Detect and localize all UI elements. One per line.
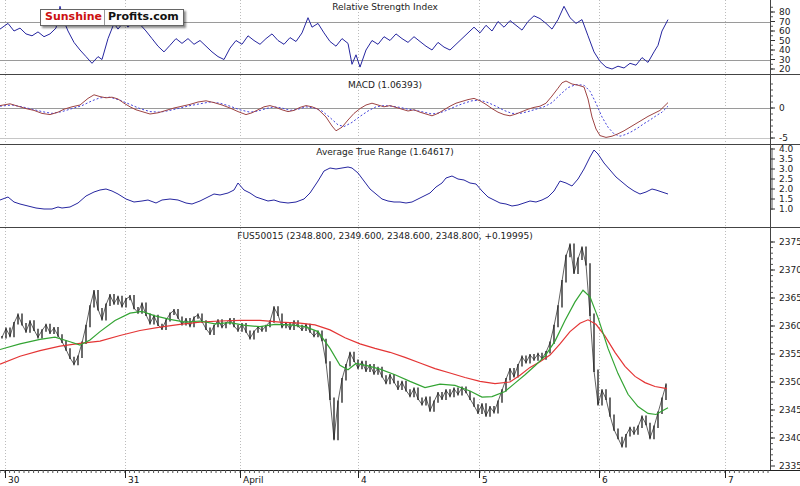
x-tick-label: 31 [128,475,139,485]
y-tick-label: 2340 [779,433,800,443]
atr-panel-title: Average True Range (1.64617) [0,147,770,157]
y-tick-label: 2355 [779,349,800,359]
y-tick-label: 1.5 [779,194,793,204]
y-tick-label: -5 [779,133,788,143]
y-tick-label: 70 [779,17,791,27]
x-tick-label: 7 [728,475,734,485]
logo-text-profits: Profits.com [104,10,183,25]
y-tick-label: 0 [779,103,785,113]
price-panel-title: FUS50015 (2348.800, 2349.600, 2348.600, … [0,231,770,241]
y-tick-label: 2365 [779,293,800,303]
y-tick-label: 2.5 [779,174,793,184]
y-tick-label: 3.0 [779,164,794,174]
x-tick-label: April [243,475,264,485]
y-tick-label: 2350 [779,377,800,387]
sunshineprofits-logo[interactable]: Sunshine Profits.com [40,9,184,26]
y-tick-label: 2335 [779,461,800,471]
x-tick-label: 6 [602,475,608,485]
chart-canvas: 807060504030200-54.03.53.02.52.01.51.023… [0,0,800,486]
x-tick-label: 30 [8,475,20,485]
y-tick-label: 1.0 [779,204,794,214]
y-tick-label: 4.0 [779,144,794,154]
y-tick-label: 60 [779,26,791,36]
chart-root: 807060504030200-54.03.53.02.52.01.51.023… [0,0,800,486]
y-tick-label: 2375 [779,237,800,247]
y-tick-label: 40 [779,45,791,55]
y-tick-label: 30 [779,55,791,65]
x-tick-label: 4 [361,475,367,485]
y-tick-label: 2370 [779,265,800,275]
y-tick-label: 2.0 [779,184,794,194]
ma-fast-line [0,290,668,414]
y-tick-label: 50 [779,36,791,46]
y-tick-label: 80 [779,7,791,17]
y-tick-label: 2345 [779,405,800,415]
logo-text-sunshine: Sunshine [41,10,104,25]
x-tick-label: 5 [482,475,488,485]
atr-line [0,150,668,209]
y-tick-label: 3.5 [779,154,793,164]
y-tick-label: 2360 [779,321,800,331]
y-tick-label: 20 [779,64,791,74]
macd-panel-title: MACD (1.06393) [0,80,770,90]
